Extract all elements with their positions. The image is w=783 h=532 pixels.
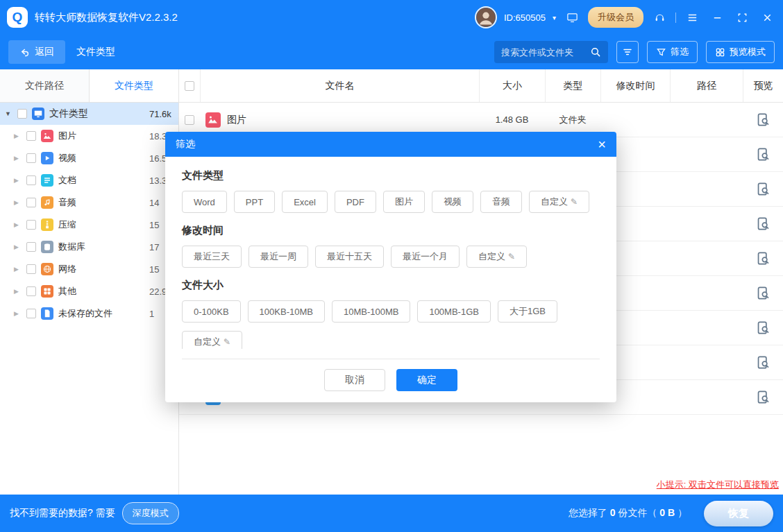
search-box[interactable] <box>494 41 608 63</box>
expand-arrow-icon[interactable] <box>5 110 12 117</box>
filter-option-button[interactable]: 大于1GB <box>498 300 557 323</box>
tree-checkbox[interactable] <box>26 242 36 252</box>
filter-option-button[interactable]: 最近一周 <box>249 246 308 268</box>
upgrade-member-button[interactable]: 升级会员 <box>588 7 643 28</box>
monitor-icon[interactable] <box>563 8 581 26</box>
column-header-type[interactable]: 类型 <box>545 69 600 102</box>
column-header-size[interactable]: 大小 <box>479 69 545 102</box>
tree-item-label: 文件类型 <box>49 108 88 120</box>
doc-icon <box>41 174 53 187</box>
filter-option-button[interactable]: 最近三天 <box>182 246 242 268</box>
filter-option-button[interactable]: 10MB-100MB <box>332 300 410 323</box>
search-icon[interactable] <box>590 46 601 58</box>
preview-mode-button[interactable]: 预览模式 <box>706 41 775 63</box>
filter-option-button[interactable]: 视频 <box>432 191 473 213</box>
preview-icon[interactable] <box>756 320 771 335</box>
tree-item-db[interactable]: 数据库17 <box>0 236 178 258</box>
expand-arrow-icon[interactable] <box>14 310 22 317</box>
tree-item-doc[interactable]: 文档13.3 <box>0 169 178 191</box>
tree-item-web[interactable]: 网络15 <box>0 258 178 280</box>
tree-item-image[interactable]: 图片18.3 <box>0 125 178 147</box>
filter-option-button[interactable]: 自定义✎ <box>182 331 242 349</box>
column-header-path[interactable]: 路径 <box>670 69 743 102</box>
expand-arrow-icon[interactable] <box>14 177 22 184</box>
avatar[interactable] <box>475 6 497 28</box>
preview-icon[interactable] <box>756 147 771 162</box>
column-header-preview[interactable]: 预览 <box>743 69 783 102</box>
recover-button[interactable]: 恢复 <box>704 501 773 526</box>
tree-checkbox[interactable] <box>26 153 36 163</box>
filter-option-button[interactable]: 图片 <box>383 191 425 213</box>
preview-icon[interactable] <box>756 112 771 127</box>
search-input[interactable] <box>501 47 590 58</box>
tree-checkbox[interactable] <box>26 264 36 274</box>
back-button[interactable]: 返回 <box>8 40 65 64</box>
tree-item-category[interactable]: 文件类型71.6k <box>0 103 178 125</box>
tree-checkbox[interactable] <box>26 131 36 141</box>
file-size: 1.48 GB <box>479 114 545 125</box>
expand-arrow-icon[interactable] <box>14 132 22 139</box>
expand-arrow-icon[interactable] <box>14 221 22 228</box>
expand-arrow-icon[interactable] <box>14 266 22 273</box>
tree-item-file[interactable]: 未保存的文件1 <box>0 302 178 325</box>
filter-option-button[interactable]: PDF <box>335 191 376 213</box>
filter-option-button[interactable]: 最近一个月 <box>391 246 460 268</box>
filter-option-button[interactable]: Word <box>182 191 227 213</box>
tree-checkbox[interactable] <box>26 220 36 230</box>
table-header: 文件名 大小 类型 修改时间 路径 预览 <box>179 69 783 103</box>
zip-icon <box>41 218 53 231</box>
filter-option-button[interactable]: 0-100KB <box>182 300 241 323</box>
tree-checkbox[interactable] <box>17 109 27 119</box>
user-id[interactable]: ID:650505 <box>504 12 546 23</box>
tree-checkbox[interactable] <box>26 198 36 207</box>
preview-icon[interactable] <box>756 390 771 404</box>
expand-arrow-icon[interactable] <box>14 243 22 250</box>
filter-option-button[interactable]: Excel <box>282 191 328 213</box>
chevron-down-icon[interactable]: ▾ <box>553 14 556 22</box>
expand-arrow-icon[interactable] <box>14 155 22 162</box>
filter-button[interactable]: 筛选 <box>647 41 698 63</box>
modal-header: 筛选 × <box>165 132 616 157</box>
select-all-checkbox[interactable] <box>185 81 194 91</box>
preview-icon[interactable] <box>756 182 771 196</box>
filter-option-button[interactable]: 音频 <box>480 191 522 213</box>
tree-item-audio[interactable]: 音频14 <box>0 191 178 214</box>
column-header-name[interactable]: 文件名 <box>200 69 479 102</box>
back-button-label: 返回 <box>35 46 54 58</box>
expand-arrow-icon[interactable] <box>14 288 22 295</box>
deep-mode-button[interactable]: 深度模式 <box>122 502 179 524</box>
expand-arrow-icon[interactable] <box>14 199 22 206</box>
menu-icon[interactable] <box>683 8 701 26</box>
preview-icon[interactable] <box>756 286 771 300</box>
tree-checkbox[interactable] <box>26 286 36 296</box>
minimize-icon[interactable] <box>708 8 726 26</box>
filter-option-button[interactable]: 最近十五天 <box>315 246 384 268</box>
filter-option-button[interactable]: 自定义✎ <box>466 246 527 268</box>
row-checkbox[interactable] <box>185 115 194 125</box>
tree-item-label: 文档 <box>58 174 76 187</box>
preview-icon[interactable] <box>756 216 771 231</box>
tree-checkbox[interactable] <box>26 175 36 185</box>
preview-icon[interactable] <box>756 355 771 370</box>
filter-option-button[interactable]: 100KB-10MB <box>248 300 325 323</box>
filter-list-button[interactable] <box>616 41 639 63</box>
cancel-button[interactable]: 取消 <box>324 369 385 391</box>
close-icon[interactable] <box>758 8 776 26</box>
tab-file-type[interactable]: 文件类型 <box>90 69 178 102</box>
filter-option-button[interactable]: 自定义✎ <box>529 191 589 213</box>
filter-option-button[interactable]: PPT <box>234 191 275 213</box>
column-header-mtime[interactable]: 修改时间 <box>600 69 670 102</box>
tree-checkbox[interactable] <box>26 309 36 318</box>
confirm-button[interactable]: 确定 <box>396 369 457 391</box>
tree-item-other[interactable]: 其他22.9 <box>0 280 178 302</box>
tree-item-zip[interactable]: 压缩15 <box>0 214 178 236</box>
file-name: 图片 <box>227 114 246 126</box>
service-icon[interactable] <box>650 8 668 26</box>
filter-option-button[interactable]: 100MB-1GB <box>417 300 491 323</box>
preview-icon[interactable] <box>756 251 771 266</box>
modal-close-icon[interactable]: × <box>598 137 606 151</box>
preview-mode-label: 预览模式 <box>730 46 766 58</box>
tree-item-video[interactable]: 视频16.5 <box>0 147 178 169</box>
tab-file-path[interactable]: 文件路径 <box>0 69 90 102</box>
maximize-icon[interactable] <box>733 8 751 26</box>
